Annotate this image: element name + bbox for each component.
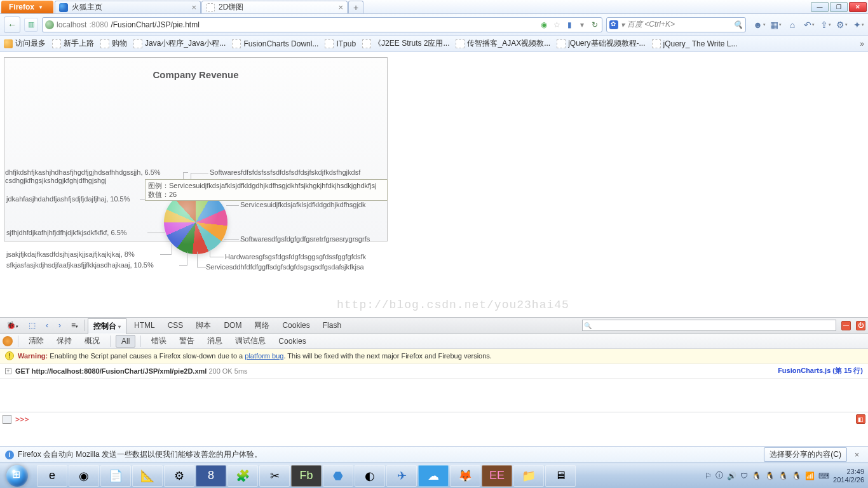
bookmark-item[interactable]: ITpub: [325, 39, 356, 48]
cmd-toggle[interactable]: ◧: [856, 414, 865, 424]
tray-icon[interactable]: ⌨: [818, 471, 829, 480]
share-icon[interactable]: ⇪▾: [820, 19, 831, 30]
prev-icon[interactable]: ‹: [42, 320, 52, 331]
close-button[interactable]: ✕: [849, 2, 867, 12]
bookmark-item[interactable]: jQuery基础视频教程-...: [557, 38, 645, 49]
expand-icon[interactable]: +: [5, 368, 11, 374]
star-icon[interactable]: ✦▾: [853, 19, 864, 30]
console-persist[interactable]: 保持: [51, 334, 77, 348]
devtools-tab-html[interactable]: HTML: [129, 319, 160, 332]
inspect-icon[interactable]: ⬚: [25, 320, 39, 331]
bookmark-item[interactable]: Java小程序_Java小程...: [133, 38, 226, 49]
plugin-icon[interactable]: ◉: [539, 20, 548, 29]
tray-icon[interactable]: ⚐: [705, 471, 712, 480]
firefox-menu-button[interactable]: Firefox: [1, 1, 53, 13]
close-icon[interactable]: ×: [191, 3, 196, 12]
taskbar-item[interactable]: Fb: [291, 465, 322, 487]
taskbar-item[interactable]: 🧩: [227, 465, 258, 487]
firebug-icon[interactable]: 🐞▾: [3, 320, 22, 331]
taskbar-item[interactable]: ◐: [355, 465, 385, 487]
tray-icon[interactable]: ⓘ: [715, 470, 723, 481]
console-errors[interactable]: 错误: [146, 334, 172, 348]
taskbar-item[interactable]: ✈: [386, 465, 417, 487]
taskbar-item[interactable]: 🖥: [545, 465, 576, 487]
tray-icon[interactable]: 🐧: [752, 471, 761, 480]
clock[interactable]: 23:492014/2/26: [833, 468, 864, 484]
bookmark-item[interactable]: FusionCharts Downl...: [232, 39, 318, 48]
console-clear[interactable]: 清除: [24, 334, 49, 348]
devtools-close[interactable]: ⏻: [856, 321, 865, 330]
share-choice-button[interactable]: 选择要分享的内容(C): [764, 447, 847, 462]
toggle-icon[interactable]: [3, 415, 11, 424]
taskbar-item[interactable]: ⬣: [323, 465, 353, 487]
tray-icon[interactable]: 📶: [805, 471, 815, 480]
tray-icon[interactable]: 🔊: [727, 471, 736, 480]
bookmark-item[interactable]: 购物: [100, 38, 127, 49]
close-icon[interactable]: ×: [851, 451, 863, 459]
devtools-tab-css[interactable]: CSS: [163, 319, 189, 332]
devtools-tab-console[interactable]: 控制台: [88, 318, 126, 334]
maximize-button[interactable]: ❐: [830, 2, 848, 12]
gear-icon[interactable]: ⚙▾: [836, 19, 848, 30]
taskbar-item[interactable]: 📄: [100, 465, 131, 487]
tray-icon[interactable]: 🐧: [778, 471, 788, 480]
console-warnings[interactable]: 警告: [174, 334, 200, 348]
bookmark-item[interactable]: 《J2EE Struts 2应用...: [362, 38, 449, 49]
bookmark-item[interactable]: jQuery_ The Write L...: [652, 39, 738, 48]
devtools-search[interactable]: [582, 320, 836, 331]
dropdown-icon[interactable]: ▾: [578, 20, 587, 29]
devtools-minimize[interactable]: —: [841, 321, 851, 330]
minimize-button[interactable]: —: [811, 2, 829, 12]
console-profile[interactable]: 概况: [79, 334, 105, 348]
bookmarks-overflow[interactable]: »: [860, 39, 864, 48]
taskbar-item[interactable]: ☁: [418, 465, 449, 487]
bookmark-item[interactable]: 传智播客_AJAX视频教...: [456, 38, 550, 49]
url-bar[interactable]: localhost:8080/FusionChart/JSP/pie.html …: [42, 17, 602, 32]
console-debug[interactable]: 调试信息: [230, 334, 271, 348]
close-icon[interactable]: ×: [338, 3, 343, 12]
devtools-tab-cookies[interactable]: Cookies: [277, 319, 315, 332]
back-button[interactable]: ←: [4, 17, 20, 33]
new-tab-button[interactable]: +: [348, 1, 363, 13]
grid-icon[interactable]: ▦▾: [770, 19, 782, 30]
tray-icon[interactable]: 🐧: [792, 471, 801, 480]
undo-icon[interactable]: ↶▾: [803, 19, 815, 30]
tab-pie[interactable]: 2D饼图 ×: [201, 1, 348, 13]
start-button[interactable]: [0, 463, 34, 489]
taskbar-item[interactable]: 8: [196, 465, 226, 487]
taskbar-item[interactable]: EE: [482, 465, 512, 487]
tab-home[interactable]: 火狐主页 ×: [55, 1, 201, 13]
star-icon[interactable]: ☆: [552, 20, 561, 29]
taskbar-item[interactable]: ⚙: [164, 465, 194, 487]
console-cookies[interactable]: Cookies: [273, 336, 311, 347]
devtools-tab-script[interactable]: 脚本: [191, 318, 216, 333]
console-info[interactable]: 消息: [202, 334, 227, 348]
taskbar-item[interactable]: e: [37, 465, 67, 487]
next-icon[interactable]: ›: [55, 320, 65, 331]
platform-bug-link[interactable]: platform bug: [245, 352, 283, 360]
taskbar-item[interactable]: 🦊: [450, 465, 480, 487]
taskbar-item[interactable]: 📁: [513, 465, 544, 487]
bookmark-most-visited[interactable]: 访问最多: [4, 38, 46, 49]
taskbar-item[interactable]: 📐: [132, 465, 163, 487]
home-icon[interactable]: ⌂: [787, 19, 798, 30]
bug-icon[interactable]: [3, 336, 13, 346]
tray-icon[interactable]: 🐧: [765, 471, 775, 480]
console-log-row[interactable]: + GET http://localhost:8080/FusionChart/…: [0, 363, 868, 379]
bookmark-item[interactable]: 新手上路: [52, 38, 94, 49]
devtools-tab-flash[interactable]: Flash: [318, 319, 346, 332]
taskbar-item[interactable]: ◉: [69, 465, 99, 487]
search-icon[interactable]: 🔍: [733, 20, 743, 29]
device-icon[interactable]: ▮: [565, 20, 574, 29]
toolbar-button[interactable]: ▥: [24, 18, 38, 32]
devtools-tab-dom[interactable]: DOM: [219, 319, 247, 332]
lines-icon[interactable]: ≡▾: [67, 320, 82, 331]
reload-icon[interactable]: ↻: [590, 20, 599, 29]
taskbar-item[interactable]: ✂: [259, 465, 290, 487]
smiley-icon[interactable]: ☻▾: [754, 19, 765, 30]
tray-icon[interactable]: 🛡: [740, 471, 748, 480]
prompt[interactable]: >>>: [15, 415, 29, 424]
devtools-tab-net[interactable]: 网络: [249, 318, 275, 333]
console-all[interactable]: All: [116, 335, 135, 348]
search-box[interactable]: ▾ 百度 <Ctrl+K> 🔍: [606, 17, 746, 32]
